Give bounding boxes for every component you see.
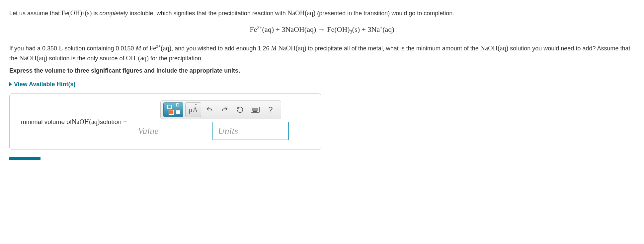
units-input[interactable] [212, 122, 289, 140]
mu-angstrom-icon: μA [189, 104, 198, 115]
reset-button[interactable] [233, 103, 247, 117]
answer-toolbar: μA ? [160, 100, 281, 119]
chem-feoh3s: Fe(OH)₃(s) [61, 9, 92, 17]
templates-button[interactable] [163, 102, 183, 117]
redo-icon [221, 106, 228, 113]
chevron-right-icon [9, 82, 12, 86]
reaction-equation: Fe3+(aq) + 3NaOH(aq) → Fe(OH)3(s) + 3Na+… [9, 24, 635, 36]
templates-icon [167, 105, 180, 115]
hints-label: View Available Hint(s) [14, 80, 75, 89]
undo-button[interactable] [202, 103, 216, 117]
answer-panel: μA ? minimal volume of NaOH(aq) solution… [9, 93, 321, 150]
answer-instruction: Express the volume to three significant … [9, 66, 635, 75]
chem-naoh-aq: NaOH(aq) [287, 9, 315, 17]
reset-icon [236, 106, 244, 113]
view-hints-toggle[interactable]: View Available Hint(s) [9, 80, 75, 89]
answer-variable-label: minimal volume of NaOH(aq) solution = [21, 117, 127, 127]
undo-icon [206, 106, 213, 113]
progress-indicator [9, 157, 40, 160]
redo-button[interactable] [218, 103, 232, 117]
value-input[interactable] [133, 122, 209, 140]
special-chars-button[interactable]: μA [185, 102, 201, 117]
keyboard-icon [251, 107, 260, 113]
help-button[interactable]: ? [264, 103, 278, 117]
problem-text-line1: Let us assume that Fe(OH)₃(s) is complet… [9, 8, 635, 18]
problem-text-line2: If you had a 0.350 L solution containing… [9, 43, 635, 63]
keyboard-button[interactable] [248, 103, 262, 117]
help-icon: ? [268, 104, 273, 116]
